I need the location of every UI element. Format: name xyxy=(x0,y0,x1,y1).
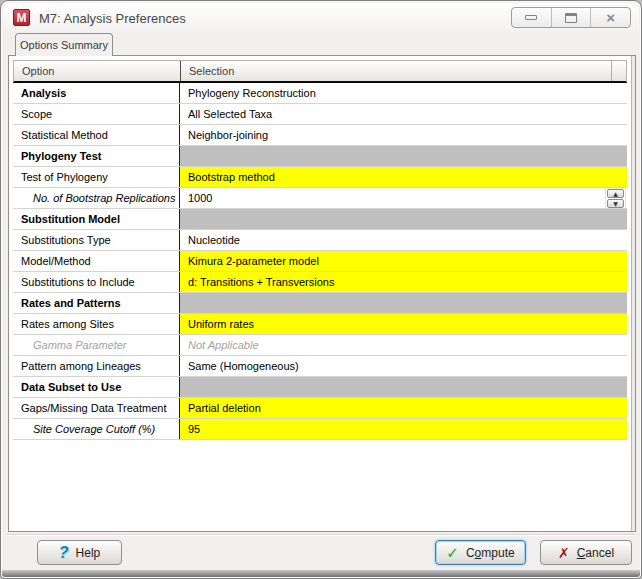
cancel-x-icon: ✗ xyxy=(558,545,570,561)
selection-cell[interactable]: Nucleotide xyxy=(180,230,627,250)
window-bottom-edge xyxy=(2,570,640,577)
option-cell: Rates and Patterns xyxy=(13,293,180,313)
option-cell: Test of Phylogeny xyxy=(13,167,180,187)
option-cell: Analysis xyxy=(13,83,180,103)
option-cell: Gaps/Missing Data Treatment xyxy=(13,398,180,418)
table-row[interactable]: AnalysisPhylogeny Reconstruction xyxy=(13,83,627,104)
dialog-window: M M7: Analysis Preferences × Options Sum… xyxy=(0,0,642,579)
option-cell: Phylogeny Test xyxy=(13,146,180,166)
option-cell: Scope xyxy=(13,104,180,124)
table-row[interactable]: Substitutions TypeNucleotide xyxy=(13,230,627,251)
column-header-selection[interactable]: Selection xyxy=(181,61,611,81)
table-row[interactable]: Test of PhylogenyBootstrap method xyxy=(13,167,627,188)
check-icon: ✓ xyxy=(446,544,459,562)
table-row[interactable]: Phylogeny Test xyxy=(13,146,627,167)
options-panel: Option Selection AnalysisPhylogeny Recon… xyxy=(8,55,636,532)
selection-cell[interactable]: Kimura 2-parameter model xyxy=(180,251,627,271)
selection-cell[interactable]: Neighbor-joining xyxy=(180,125,627,145)
cancel-button-label: Cancel xyxy=(577,546,614,560)
close-button[interactable]: × xyxy=(591,8,630,27)
spinner-down-icon[interactable]: ▼ xyxy=(607,199,624,208)
selection-cell[interactable]: Bootstrap method xyxy=(180,167,627,187)
mega-logo-icon: M xyxy=(13,9,30,26)
selection-cell[interactable]: Same (Homogeneous) xyxy=(180,356,627,376)
cancel-button[interactable]: ✗ Cancel xyxy=(540,540,632,565)
replications-spinner: ▲▼ xyxy=(606,188,625,208)
table-row[interactable]: Data Subset to Use xyxy=(13,377,627,398)
option-cell: Gamma Parameter xyxy=(13,335,180,355)
table-header: Option Selection xyxy=(13,60,627,83)
option-cell: Pattern among Lineages xyxy=(13,356,180,376)
compute-button[interactable]: ✓ Compute xyxy=(435,540,526,565)
table-row[interactable]: Site Coverage Cutoff (%)95 xyxy=(13,419,627,440)
options-table-body: AnalysisPhylogeny ReconstructionScopeAll… xyxy=(13,83,627,440)
selection-cell[interactable]: Phylogeny Reconstruction xyxy=(180,83,627,103)
option-cell: No. of Bootstrap Replications xyxy=(13,188,180,208)
maximize-icon xyxy=(565,13,577,23)
options-table: Option Selection AnalysisPhylogeny Recon… xyxy=(13,60,627,440)
table-row[interactable]: Pattern among LineagesSame (Homogeneous) xyxy=(13,356,627,377)
help-icon: ? xyxy=(59,544,69,562)
minimize-button[interactable] xyxy=(512,8,552,27)
minimize-icon xyxy=(525,15,537,20)
window-controls: × xyxy=(511,7,631,28)
table-row[interactable]: Substitutions to Included: Transitions +… xyxy=(13,272,627,293)
tab-options-summary[interactable]: Options Summary xyxy=(15,33,113,56)
selection-cell[interactable]: 1000▲▼ xyxy=(180,188,627,208)
table-row[interactable]: ScopeAll Selected Taxa xyxy=(13,104,627,125)
selection-cell xyxy=(180,209,627,229)
selection-cell[interactable]: All Selected Taxa xyxy=(180,104,627,124)
option-cell: Model/Method xyxy=(13,251,180,271)
maximize-button[interactable] xyxy=(552,8,592,27)
table-row[interactable]: No. of Bootstrap Replications1000▲▼ xyxy=(13,188,627,209)
selection-cell[interactable]: Partial deletion xyxy=(180,398,627,418)
option-cell: Substitution Model xyxy=(13,209,180,229)
selection-cell xyxy=(180,146,627,166)
table-row[interactable]: Model/MethodKimura 2-parameter model xyxy=(13,251,627,272)
option-cell: Statistical Method xyxy=(13,125,180,145)
close-icon: × xyxy=(606,13,615,23)
table-row[interactable]: Rates and Patterns xyxy=(13,293,627,314)
title-bar[interactable]: M M7: Analysis Preferences × xyxy=(3,3,639,32)
table-row[interactable]: Gamma ParameterNot Applicable xyxy=(13,335,627,356)
selection-cell[interactable]: Uniform rates xyxy=(180,314,627,334)
option-cell: Site Coverage Cutoff (%) xyxy=(13,419,180,439)
window-title: M7: Analysis Preferences xyxy=(39,11,186,26)
option-cell: Substitutions Type xyxy=(13,230,180,250)
selection-cell xyxy=(180,293,627,313)
spinner-up-icon[interactable]: ▲ xyxy=(607,189,624,198)
selection-cell[interactable]: d: Transitions + Transversions xyxy=(180,272,627,292)
table-row[interactable]: Rates among SitesUniform rates xyxy=(13,314,627,335)
table-row[interactable]: Gaps/Missing Data TreatmentPartial delet… xyxy=(13,398,627,419)
footer-separator xyxy=(7,534,635,536)
help-button-label: Help xyxy=(76,546,101,560)
selection-cell[interactable]: Not Applicable xyxy=(180,335,627,355)
option-cell: Data Subset to Use xyxy=(13,377,180,397)
table-row[interactable]: Statistical MethodNeighbor-joining xyxy=(13,125,627,146)
option-cell: Substitutions to Include xyxy=(13,272,180,292)
column-header-option[interactable]: Option xyxy=(14,61,181,81)
compute-button-label: Compute xyxy=(466,546,515,560)
table-row[interactable]: Substitution Model xyxy=(13,209,627,230)
selection-cell[interactable]: 95 xyxy=(180,419,627,439)
help-button[interactable]: ? Help xyxy=(37,540,122,565)
header-corner xyxy=(611,61,626,81)
selection-cell xyxy=(180,377,627,397)
option-cell: Rates among Sites xyxy=(13,314,180,334)
